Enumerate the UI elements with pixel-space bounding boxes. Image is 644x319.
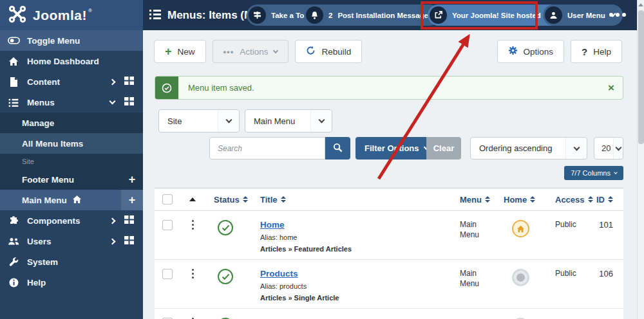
sidebar-item-content[interactable]: Content bbox=[0, 71, 143, 92]
sidebar-item-all-menu-items[interactable]: All Menu Items bbox=[0, 133, 143, 154]
table-header-row: Status Title Menu Home Access bbox=[155, 188, 623, 211]
actions-button[interactable]: ••• Actions bbox=[213, 40, 289, 63]
menutype-select[interactable]: Site bbox=[158, 109, 240, 132]
home-icon bbox=[72, 195, 82, 206]
header-home[interactable]: Home bbox=[500, 195, 541, 205]
sidebar-item-manage[interactable]: Manage bbox=[0, 113, 143, 133]
grid-icon[interactable] bbox=[124, 77, 134, 87]
header-status[interactable]: Status bbox=[207, 195, 247, 205]
sidebar-item-users[interactable]: Users bbox=[0, 231, 143, 251]
brand-name: Joomla! bbox=[33, 8, 87, 23]
sidebar-label: Home Dashboard bbox=[27, 57, 99, 66]
new-button[interactable]: + New bbox=[154, 40, 206, 63]
refresh-icon bbox=[306, 46, 316, 57]
header-menu[interactable]: Menu bbox=[448, 195, 500, 205]
file-icon bbox=[6, 77, 21, 87]
select-all-checkbox[interactable] bbox=[162, 194, 173, 205]
status-published-icon[interactable] bbox=[218, 269, 233, 284]
sidebar-item-menus[interactable]: Menus bbox=[0, 92, 143, 113]
scrollbar[interactable] bbox=[637, 0, 644, 319]
table-row: Home Alias: home Articles » Featured Art… bbox=[155, 211, 623, 260]
success-alert: Menu item saved. × bbox=[155, 76, 623, 100]
grid-icon[interactable] bbox=[124, 215, 134, 226]
brand-trademark: ® bbox=[88, 8, 92, 14]
chevron-right-icon bbox=[109, 78, 116, 85]
post-installation-messages-button[interactable]: 2 Post Installation Messages bbox=[304, 5, 440, 26]
menu-name: Main Menu bbox=[448, 220, 489, 240]
toolbar: + New ••• Actions Rebuild bbox=[154, 40, 622, 63]
add-menu-item-button[interactable]: + bbox=[121, 169, 143, 190]
sidebar-toggle-menu[interactable]: Toggle Menu bbox=[0, 30, 143, 51]
row-checkbox[interactable] bbox=[162, 269, 173, 279]
drag-handle-icon[interactable] bbox=[192, 269, 194, 278]
chevron-down-icon bbox=[615, 144, 621, 150]
scrollbar-thumb[interactable] bbox=[638, 10, 644, 144]
search-input[interactable] bbox=[209, 137, 325, 160]
alert-message: Menu item saved. bbox=[188, 83, 254, 93]
sidebar-label: Footer Menu bbox=[22, 175, 74, 185]
menu-name: Main Menu bbox=[448, 269, 489, 289]
menu-item-type: Articles » Single Article bbox=[260, 294, 339, 302]
limit-select[interactable]: 20 bbox=[594, 137, 623, 160]
puzzle-icon bbox=[6, 216, 21, 225]
sidebar-item-home-dashboard[interactable]: Home Dashboard bbox=[0, 51, 143, 71]
home-unset-icon[interactable] bbox=[512, 269, 529, 286]
sidebar-label: Help bbox=[27, 278, 46, 287]
menu-item-alias: Alias: home bbox=[260, 233, 297, 241]
sidebar-label: System bbox=[27, 257, 58, 267]
sidebar-label: Main Menu bbox=[22, 196, 67, 205]
header-title[interactable]: Title bbox=[247, 195, 448, 205]
grid-icon[interactable] bbox=[124, 97, 134, 107]
drag-handle-icon[interactable] bbox=[192, 220, 194, 230]
menutype-select-value: Site bbox=[159, 116, 218, 126]
add-menu-item-button[interactable]: + bbox=[121, 190, 143, 210]
options-button[interactable]: Options bbox=[497, 40, 565, 63]
ellipsis-icon: ••• bbox=[223, 47, 234, 57]
status-published-icon[interactable] bbox=[218, 220, 233, 235]
sort-icon bbox=[530, 196, 535, 203]
menu-item-title-link[interactable]: Home bbox=[260, 220, 285, 230]
menu-item-alias: Alias: products bbox=[260, 282, 307, 290]
filter-options-label: Filter Options bbox=[365, 143, 419, 153]
new-button-label: New bbox=[178, 47, 195, 57]
info-icon bbox=[6, 278, 21, 287]
sidebar-item-footer-menu[interactable]: Footer Menu + bbox=[0, 169, 143, 190]
item-id: 106 bbox=[599, 269, 613, 278]
chevron-down-icon bbox=[225, 117, 232, 123]
messages-badge: 2 bbox=[328, 12, 332, 19]
scroll-up-arrow-icon[interactable] bbox=[638, 0, 644, 9]
page-title-wrap: Menus: Items (Mai bbox=[149, 0, 252, 30]
more-options-icon[interactable] bbox=[609, 13, 626, 17]
sidebar-item-system[interactable]: System bbox=[0, 251, 143, 272]
chevron-down-icon bbox=[573, 144, 580, 150]
user-menu-label: User Menu bbox=[567, 12, 605, 19]
header-id[interactable]: ID bbox=[592, 195, 623, 205]
ordering-select[interactable]: Ordering ascending bbox=[470, 137, 587, 160]
table-row: Products Alias: products Articles » Sing… bbox=[155, 260, 623, 309]
sidebar: Toggle Menu Home Dashboard Content bbox=[0, 30, 143, 319]
menus-submenu: Manage All Menu Items Site Footer Menu +… bbox=[0, 113, 143, 210]
search-icon bbox=[333, 143, 343, 154]
menu-item-title-link[interactable]: Products bbox=[260, 269, 298, 278]
search-button[interactable] bbox=[325, 137, 350, 160]
list-icon bbox=[149, 9, 161, 22]
columns-button[interactable]: 7/7 Columns bbox=[564, 166, 623, 180]
list-icon bbox=[6, 98, 21, 107]
sidebar-item-main-menu[interactable]: Main Menu + bbox=[0, 190, 143, 210]
plus-icon: + bbox=[165, 46, 172, 57]
menu-select[interactable]: Main Menu bbox=[245, 109, 332, 132]
row-checkbox[interactable] bbox=[162, 220, 173, 230]
clear-button[interactable]: Clear bbox=[426, 137, 461, 160]
grid-icon[interactable] bbox=[124, 236, 134, 246]
sidebar-label: Components bbox=[27, 216, 80, 226]
help-button[interactable]: ? Help bbox=[571, 40, 622, 63]
brand[interactable]: Joomla! ® bbox=[0, 0, 143, 30]
close-icon[interactable]: × bbox=[608, 82, 614, 93]
header-access[interactable]: Access bbox=[541, 195, 592, 205]
sidebar-item-components[interactable]: Components bbox=[0, 210, 143, 231]
filter-options-button[interactable]: Filter Options bbox=[355, 137, 437, 160]
rebuild-button[interactable]: Rebuild bbox=[295, 40, 362, 63]
home-default-icon[interactable] bbox=[512, 220, 529, 237]
ordering-sort-caret-icon[interactable] bbox=[189, 197, 196, 201]
sidebar-item-help[interactable]: Help bbox=[0, 272, 143, 293]
